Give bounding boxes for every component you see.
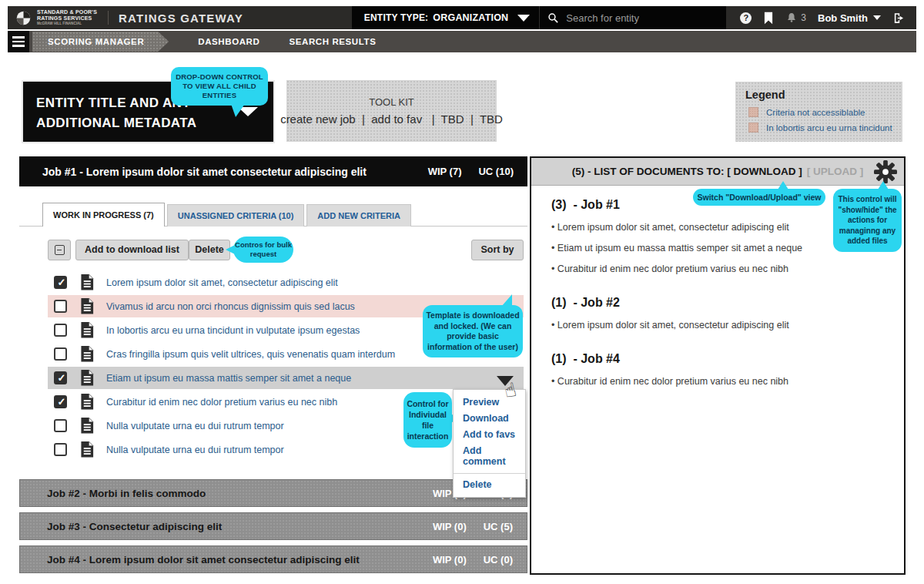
callout-entity-dropdown: DROP-DOWN CONTROL TO VIEW ALL CHILD ENTI… [171,67,268,106]
notification-count: 3 [801,12,806,23]
group-heading-job2: (1) - Job #2 [551,296,882,310]
row-checkbox[interactable] [54,276,67,289]
row-checkbox[interactable] [54,395,67,408]
brand-line1: STANDARD & POOR'S [37,9,97,15]
select-all-toggle[interactable] [48,240,71,260]
row-checkbox[interactable] [54,324,67,337]
job1-wip-count: WIP (7) [428,166,462,177]
job4-wip-count: WIP (0) [433,554,467,566]
row-checkbox[interactable] [54,443,67,456]
brand-line3: McGRAW HILL FINANCIAL [37,22,97,26]
bell-icon [785,12,798,24]
document-title[interactable]: Curabitur id enim nec dolor pretium vari… [106,397,337,408]
chevron-down-icon [517,15,530,22]
menu-item-download[interactable]: Download [454,411,525,427]
group-document: Curabitur id enim nec dolor pretium vari… [551,263,882,274]
row-checkbox[interactable] [54,371,67,384]
user-name: Bob Smith [818,12,868,24]
delete-button[interactable]: Delete [189,240,230,260]
job3-wip-count: WIP (0) [433,521,467,532]
row-checkbox[interactable] [54,347,67,361]
brand-line2: RATINGS SERVICES [37,15,97,21]
top-bar: STANDARD & POOR'S RATINGS SERVICES McGRA… [8,6,916,29]
entity-type-label: ENTITY TYPE: [364,12,429,23]
menu-item-delete[interactable]: Delete [454,477,525,493]
nav-tab-scoring-manager[interactable]: SCORING MANAGER [32,32,169,52]
tab-work-in-progress[interactable]: WORK IN PROGRESS (7) [42,203,165,227]
notifications-button[interactable]: 3 [785,12,806,24]
square-minus-icon [55,245,65,255]
nav-tab-search-results[interactable]: SEARCH RESULTS [289,37,376,46]
tab-unassigned-criteria[interactable]: UNASSIGNED CRITERIA (10) [167,204,305,227]
row-context-menu: Preview Download Add to favs Add comment… [453,389,526,498]
legend-swatch [748,107,758,117]
logout-icon[interactable] [892,12,906,25]
menu-item-add-to-favs[interactable]: Add to favs [454,427,525,443]
callout-bulk-controls: Contros for bulk request [233,237,293,263]
row-checkbox[interactable] [54,419,67,432]
job1-title: Job #1 - Lorem ipsum dolor sit amet cons… [42,166,428,178]
callout-template-locked: Template is downloaded and locked. (We c… [423,305,523,357]
row-checkbox[interactable] [54,300,67,313]
document-title[interactable]: Nulla vulputate urna eu dui rutrum tempo… [106,421,284,431]
app-title: RATINGS GATEWAY [119,12,243,25]
callout-switch-view: Switch "Download/Upload" view [693,189,825,206]
job4-uc-count: UC (0) [484,554,513,566]
entity-search-box [539,6,726,29]
document-icon [80,417,95,435]
callout-file-interaction: Control for Indiviudal file interaction [403,392,452,448]
chevron-down-icon [873,15,881,20]
add-to-download-list-button[interactable]: Add to download list [75,240,189,260]
job2-header-bar[interactable]: Job #2 - Morbi in felis commodo WIP (4) … [19,479,527,507]
search-icon [547,12,559,24]
document-icon [80,321,95,339]
download-view-label[interactable]: (5) - LIST OF DOCUMENTS TO: [ DOWNLOAD ] [572,166,802,177]
job3-title: Job #3 - Consectetur adipiscing elit [47,521,433,532]
legend-swatch [748,123,758,133]
document-icon [80,274,95,291]
document-title[interactable]: Nulla vulputate urna eu dui rutrum tempo… [106,445,284,455]
group-document: Curabitur id enim nec dolor pretium vari… [551,376,882,387]
upload-view-label[interactable]: [ UPLOAD ] [807,166,864,177]
sort-by-button[interactable]: Sort by [471,240,524,260]
main-nav: SCORING MANAGER DASHBOARD SEARCH RESULTS [8,31,916,52]
menu-divider [454,473,525,474]
legend-title: Legend [745,89,892,101]
document-row: Etiam ut ipsum eu massa mattis semper si… [48,367,524,389]
toolkit-actions[interactable]: create new job | add to fav | TBD | TBD [280,112,503,126]
hamburger-menu-icon[interactable] [8,31,29,52]
document-icon [80,345,95,363]
user-menu[interactable]: Bob Smith [818,12,881,24]
entity-type-value: ORGANIZATION [433,12,508,23]
document-title[interactable]: Cras fringilla ipsum quis velit ultrices… [106,349,395,360]
job3-header-bar[interactable]: Job #3 - Consectetur adipiscing elit WIP… [19,512,527,540]
toolkit-panel: TOOL KIT create new job | add to fav | T… [286,80,497,142]
job1-header-bar[interactable]: Job #1 - Lorem ipsum dolor sit amet cons… [19,156,527,186]
document-icon [80,393,95,411]
nav-tab-dashboard[interactable]: DASHBOARD [198,37,259,46]
entity-search-group: ENTITY TYPE: ORGANIZATION [352,6,727,29]
document-row: Lorem ipsum dolor sit amet, consectetur … [48,271,524,294]
document-icon [80,441,95,458]
document-title[interactable]: Lorem ipsum dolor sit amet, consectetur … [106,277,338,288]
search-input[interactable] [566,12,718,24]
document-title[interactable]: In lobortis arcu eu urna tincidunt in vu… [106,325,360,336]
group-document: Lorem ipsum dolor sit amet, consectetur … [551,320,882,331]
bookmark-icon[interactable] [763,12,774,25]
job1-uc-count: UC (10) [478,166,514,177]
app-window: STANDARD & POOR'S RATINGS SERVICES McGRA… [0,0,924,584]
document-icon [80,369,95,387]
topbar-divider [108,11,109,25]
gear-icon[interactable] [874,160,897,183]
entity-type-dropdown[interactable]: ENTITY TYPE: ORGANIZATION [352,12,540,23]
document-title[interactable]: Etiam ut ipsum eu massa mattis semper si… [106,373,351,384]
tab-add-new-criteria[interactable]: ADD NEW CRITERIA [306,204,411,227]
document-title[interactable]: Vivamus id arcu non orci rhoncus digniss… [106,301,355,312]
toolkit-title: TOOL KIT [369,96,414,108]
company-logo: STANDARD & POOR'S RATINGS SERVICES McGRA… [15,9,97,26]
job1-tabs: WORK IN PROGRESS (7) UNASSIGNED CRITERIA… [42,203,411,227]
help-icon[interactable]: ? [740,12,752,24]
job4-header-bar[interactable]: Job #4 - Lorem ipsum dolor sit amet cons… [19,545,527,573]
menu-item-add-comment[interactable]: Add comment [454,443,525,470]
group-heading-job4: (1) - Job #4 [551,352,882,366]
